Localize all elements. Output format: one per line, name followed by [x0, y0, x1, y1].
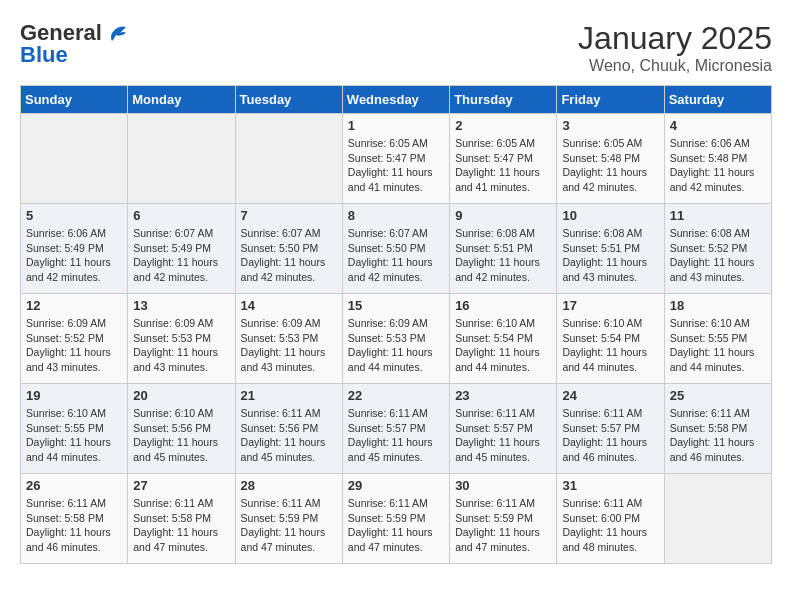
location: Weno, Chuuk, Micronesia	[578, 57, 772, 75]
day-number: 14	[241, 298, 337, 313]
calendar-cell: 14Sunrise: 6:09 AMSunset: 5:53 PMDayligh…	[235, 294, 342, 384]
day-info: Sunrise: 6:09 AMSunset: 5:53 PMDaylight:…	[348, 316, 444, 375]
day-info: Sunrise: 6:11 AMSunset: 5:57 PMDaylight:…	[455, 406, 551, 465]
day-info: Sunrise: 6:11 AMSunset: 5:58 PMDaylight:…	[133, 496, 229, 555]
day-number: 4	[670, 118, 766, 133]
day-info: Sunrise: 6:05 AMSunset: 5:47 PMDaylight:…	[348, 136, 444, 195]
calendar-cell: 13Sunrise: 6:09 AMSunset: 5:53 PMDayligh…	[128, 294, 235, 384]
calendar-cell: 6Sunrise: 6:07 AMSunset: 5:49 PMDaylight…	[128, 204, 235, 294]
day-number: 6	[133, 208, 229, 223]
calendar-cell: 23Sunrise: 6:11 AMSunset: 5:57 PMDayligh…	[450, 384, 557, 474]
day-number: 24	[562, 388, 658, 403]
day-number: 23	[455, 388, 551, 403]
day-info: Sunrise: 6:07 AMSunset: 5:49 PMDaylight:…	[133, 226, 229, 285]
calendar-cell: 8Sunrise: 6:07 AMSunset: 5:50 PMDaylight…	[342, 204, 449, 294]
day-info: Sunrise: 6:09 AMSunset: 5:53 PMDaylight:…	[241, 316, 337, 375]
day-info: Sunrise: 6:11 AMSunset: 5:59 PMDaylight:…	[455, 496, 551, 555]
day-number: 27	[133, 478, 229, 493]
day-number: 20	[133, 388, 229, 403]
day-info: Sunrise: 6:10 AMSunset: 5:55 PMDaylight:…	[670, 316, 766, 375]
calendar-cell: 5Sunrise: 6:06 AMSunset: 5:49 PMDaylight…	[21, 204, 128, 294]
calendar-cell: 21Sunrise: 6:11 AMSunset: 5:56 PMDayligh…	[235, 384, 342, 474]
day-info: Sunrise: 6:06 AMSunset: 5:49 PMDaylight:…	[26, 226, 122, 285]
day-info: Sunrise: 6:05 AMSunset: 5:48 PMDaylight:…	[562, 136, 658, 195]
day-number: 21	[241, 388, 337, 403]
day-number: 8	[348, 208, 444, 223]
day-header-friday: Friday	[557, 86, 664, 114]
day-info: Sunrise: 6:11 AMSunset: 6:00 PMDaylight:…	[562, 496, 658, 555]
day-number: 9	[455, 208, 551, 223]
day-info: Sunrise: 6:09 AMSunset: 5:53 PMDaylight:…	[133, 316, 229, 375]
day-header-thursday: Thursday	[450, 86, 557, 114]
logo-blue: Blue	[20, 42, 68, 68]
day-number: 16	[455, 298, 551, 313]
calendar-cell: 26Sunrise: 6:11 AMSunset: 5:58 PMDayligh…	[21, 474, 128, 564]
day-number: 29	[348, 478, 444, 493]
calendar-cell: 17Sunrise: 6:10 AMSunset: 5:54 PMDayligh…	[557, 294, 664, 384]
day-info: Sunrise: 6:08 AMSunset: 5:51 PMDaylight:…	[455, 226, 551, 285]
calendar-cell: 2Sunrise: 6:05 AMSunset: 5:47 PMDaylight…	[450, 114, 557, 204]
calendar-cell: 10Sunrise: 6:08 AMSunset: 5:51 PMDayligh…	[557, 204, 664, 294]
day-header-saturday: Saturday	[664, 86, 771, 114]
day-number: 19	[26, 388, 122, 403]
day-number: 22	[348, 388, 444, 403]
calendar-week-row: 26Sunrise: 6:11 AMSunset: 5:58 PMDayligh…	[21, 474, 772, 564]
calendar-table: SundayMondayTuesdayWednesdayThursdayFrid…	[20, 85, 772, 564]
day-number: 7	[241, 208, 337, 223]
day-number: 18	[670, 298, 766, 313]
day-number: 30	[455, 478, 551, 493]
day-number: 3	[562, 118, 658, 133]
calendar-body: 1Sunrise: 6:05 AMSunset: 5:47 PMDaylight…	[21, 114, 772, 564]
day-info: Sunrise: 6:06 AMSunset: 5:48 PMDaylight:…	[670, 136, 766, 195]
day-header-sunday: Sunday	[21, 86, 128, 114]
day-number: 17	[562, 298, 658, 313]
logo-bird-icon	[104, 23, 126, 43]
day-info: Sunrise: 6:07 AMSunset: 5:50 PMDaylight:…	[241, 226, 337, 285]
calendar-cell: 18Sunrise: 6:10 AMSunset: 5:55 PMDayligh…	[664, 294, 771, 384]
calendar-cell: 19Sunrise: 6:10 AMSunset: 5:55 PMDayligh…	[21, 384, 128, 474]
day-number: 26	[26, 478, 122, 493]
day-info: Sunrise: 6:11 AMSunset: 5:59 PMDaylight:…	[241, 496, 337, 555]
day-info: Sunrise: 6:11 AMSunset: 5:56 PMDaylight:…	[241, 406, 337, 465]
calendar-cell	[664, 474, 771, 564]
calendar-week-row: 5Sunrise: 6:06 AMSunset: 5:49 PMDaylight…	[21, 204, 772, 294]
calendar-cell: 3Sunrise: 6:05 AMSunset: 5:48 PMDaylight…	[557, 114, 664, 204]
calendar-week-row: 12Sunrise: 6:09 AMSunset: 5:52 PMDayligh…	[21, 294, 772, 384]
day-number: 5	[26, 208, 122, 223]
day-header-monday: Monday	[128, 86, 235, 114]
day-info: Sunrise: 6:08 AMSunset: 5:51 PMDaylight:…	[562, 226, 658, 285]
calendar-cell: 1Sunrise: 6:05 AMSunset: 5:47 PMDaylight…	[342, 114, 449, 204]
title-block: January 2025 Weno, Chuuk, Micronesia	[578, 20, 772, 75]
logo: General Blue	[20, 20, 126, 68]
day-number: 28	[241, 478, 337, 493]
day-info: Sunrise: 6:10 AMSunset: 5:54 PMDaylight:…	[455, 316, 551, 375]
day-info: Sunrise: 6:11 AMSunset: 5:59 PMDaylight:…	[348, 496, 444, 555]
calendar-cell: 20Sunrise: 6:10 AMSunset: 5:56 PMDayligh…	[128, 384, 235, 474]
calendar-cell: 4Sunrise: 6:06 AMSunset: 5:48 PMDaylight…	[664, 114, 771, 204]
calendar-cell: 31Sunrise: 6:11 AMSunset: 6:00 PMDayligh…	[557, 474, 664, 564]
day-info: Sunrise: 6:08 AMSunset: 5:52 PMDaylight:…	[670, 226, 766, 285]
calendar-cell: 7Sunrise: 6:07 AMSunset: 5:50 PMDaylight…	[235, 204, 342, 294]
calendar-cell	[128, 114, 235, 204]
calendar-cell: 27Sunrise: 6:11 AMSunset: 5:58 PMDayligh…	[128, 474, 235, 564]
page-header: General Blue January 2025 Weno, Chuuk, M…	[20, 20, 772, 75]
calendar-cell: 16Sunrise: 6:10 AMSunset: 5:54 PMDayligh…	[450, 294, 557, 384]
day-number: 1	[348, 118, 444, 133]
day-header-tuesday: Tuesday	[235, 86, 342, 114]
day-info: Sunrise: 6:10 AMSunset: 5:56 PMDaylight:…	[133, 406, 229, 465]
day-info: Sunrise: 6:09 AMSunset: 5:52 PMDaylight:…	[26, 316, 122, 375]
day-number: 12	[26, 298, 122, 313]
calendar-cell: 25Sunrise: 6:11 AMSunset: 5:58 PMDayligh…	[664, 384, 771, 474]
calendar-cell: 29Sunrise: 6:11 AMSunset: 5:59 PMDayligh…	[342, 474, 449, 564]
calendar-cell: 24Sunrise: 6:11 AMSunset: 5:57 PMDayligh…	[557, 384, 664, 474]
day-info: Sunrise: 6:11 AMSunset: 5:57 PMDaylight:…	[348, 406, 444, 465]
day-number: 13	[133, 298, 229, 313]
day-number: 11	[670, 208, 766, 223]
day-number: 31	[562, 478, 658, 493]
day-number: 10	[562, 208, 658, 223]
calendar-cell	[235, 114, 342, 204]
calendar-cell: 22Sunrise: 6:11 AMSunset: 5:57 PMDayligh…	[342, 384, 449, 474]
day-number: 2	[455, 118, 551, 133]
calendar-cell: 15Sunrise: 6:09 AMSunset: 5:53 PMDayligh…	[342, 294, 449, 384]
calendar-cell: 9Sunrise: 6:08 AMSunset: 5:51 PMDaylight…	[450, 204, 557, 294]
